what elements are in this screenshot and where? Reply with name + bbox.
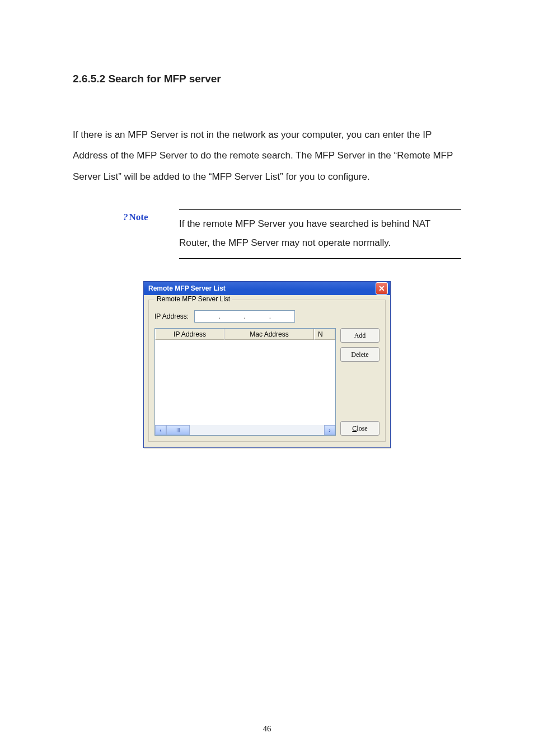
note-label-text: Note: [129, 212, 148, 222]
section-paragraph: If there is an MFP Server is not in the …: [73, 124, 461, 187]
remote-mfp-dialog: Remote MFP Server List ✕ Remote MFP Serv…: [143, 281, 391, 448]
titlebar[interactable]: Remote MFP Server List ✕: [144, 282, 390, 295]
server-listview[interactable]: IP Address Mac Address N ‹ ›: [154, 328, 336, 436]
listview-header-row: IP Address Mac Address N: [155, 329, 335, 340]
add-button[interactable]: Add: [340, 328, 380, 343]
window-title: Remote MFP Server List: [148, 284, 226, 292]
column-header-ip[interactable]: IP Address: [155, 329, 224, 340]
column-header-n[interactable]: N: [314, 329, 335, 340]
scroll-right-icon[interactable]: ›: [324, 425, 335, 435]
groupbox-label: Remote MFP Server List: [154, 295, 232, 303]
ip-dot-2: .: [243, 312, 247, 320]
delete-button[interactable]: Delete: [340, 347, 380, 362]
ip-octet-3[interactable]: [247, 311, 268, 322]
horizontal-scrollbar[interactable]: ‹ ›: [155, 425, 335, 435]
ip-octet-1[interactable]: [196, 311, 217, 322]
column-header-mac[interactable]: Mac Address: [224, 329, 314, 340]
note-label: ?Note: [123, 209, 174, 223]
listview-body[interactable]: [155, 340, 335, 425]
close-icon[interactable]: ✕: [376, 282, 388, 295]
ip-dot-3: .: [268, 312, 272, 320]
page-number: 46: [0, 724, 534, 734]
note-block: ?Note If the remote MFP Server you have …: [123, 209, 461, 259]
note-rule-top: [179, 209, 461, 210]
pencil-icon: ?: [123, 212, 128, 222]
section-heading: 2.6.5.2 Search for MFP server: [73, 73, 461, 85]
close-button[interactable]: Close: [340, 421, 380, 436]
ip-address-label: IP Address:: [154, 312, 189, 320]
ip-dot-1: .: [217, 312, 221, 320]
scroll-thumb[interactable]: [166, 425, 190, 435]
close-button-mnemonic: C: [352, 424, 357, 433]
note-body: If the remote MFP Server you have search…: [179, 214, 461, 253]
close-button-rest: lose: [357, 424, 367, 433]
remote-list-groupbox: Remote MFP Server List IP Address: . . .…: [148, 300, 386, 442]
ip-address-field[interactable]: . . .: [194, 310, 295, 323]
scroll-left-icon[interactable]: ‹: [155, 425, 166, 435]
note-rule-bottom: [179, 258, 461, 259]
scroll-track[interactable]: [190, 425, 324, 435]
ip-octet-2[interactable]: [222, 311, 243, 322]
ip-octet-4[interactable]: [272, 311, 293, 322]
